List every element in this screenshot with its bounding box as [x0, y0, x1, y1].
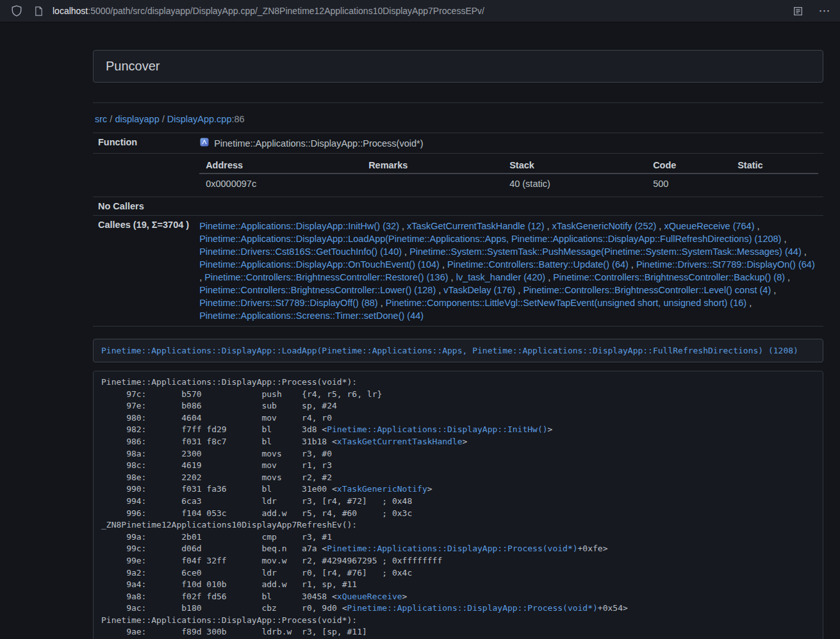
col-header-address: Address: [199, 158, 362, 174]
callee-link[interactable]: Pinetime::Applications::DisplayApp::Load…: [199, 234, 781, 244]
reader-view-icon[interactable]: [790, 3, 805, 19]
url-text: localhost:5000/path/src/displayapp/Displ…: [53, 6, 484, 16]
callee-link[interactable]: Pinetime::Controllers::BrightnessControl…: [204, 272, 448, 282]
callers-row: No Callers: [93, 197, 823, 216]
callee-link[interactable]: xQueueReceive (764): [664, 221, 754, 231]
breadcrumb-separator: /: [160, 114, 167, 124]
breadcrumb-link-displayapp[interactable]: displayapp: [115, 114, 159, 124]
function-label: Function: [93, 133, 194, 154]
callees-cell: Pinetime::Applications::DisplayApp::Init…: [194, 216, 823, 327]
callee-link[interactable]: Pinetime::Components::LittleVgl::SetNewT…: [386, 298, 746, 308]
code-symbol-link[interactable]: xQueueReceive: [337, 592, 402, 601]
callee-link[interactable]: Pinetime::Drivers::Cst816S::GetTouchInfo…: [199, 247, 402, 257]
breadcrumb-separator: /: [107, 114, 115, 124]
col-header-code: Code: [646, 158, 731, 174]
url-bar[interactable]: localhost:5000/path/src/displayapp/Displ…: [31, 3, 790, 19]
stats-row: Address Remarks Stack Code Static 0x0000…: [93, 154, 823, 197]
col-header-stack: Stack: [503, 158, 646, 174]
highlighted-symbol-link[interactable]: Pinetime::Applications::DisplayApp::Load…: [101, 346, 798, 355]
assembly-code: Pinetime::Applications::DisplayApp::Proc…: [93, 371, 823, 639]
page-info-icon[interactable]: [31, 3, 46, 19]
url-path: :5000/path/src/displayapp/DisplayApp.cpp…: [88, 6, 484, 16]
breadcrumb-link-src[interactable]: src: [95, 114, 107, 124]
callee-link[interactable]: Pinetime::Controllers::BrightnessControl…: [199, 285, 436, 295]
static-value: [731, 174, 818, 193]
callee-link[interactable]: Pinetime::Controllers::BrightnessControl…: [523, 285, 771, 295]
callee-link[interactable]: xTaskGenericNotify (252): [552, 221, 657, 231]
col-header-static: Static: [731, 158, 818, 174]
function-table: Function Pinetime::Applications::Display…: [93, 133, 823, 327]
callee-link[interactable]: Pinetime::Applications::DisplayApp::OnTo…: [199, 259, 440, 270]
callee-link[interactable]: Pinetime::Controllers::BrightnessControl…: [553, 272, 785, 282]
function-icon: [199, 137, 210, 149]
callee-link[interactable]: Pinetime::Applications::Screens::Timer::…: [199, 311, 424, 321]
page-container: Puncover src/displayapp/DisplayApp.cpp:8…: [93, 50, 823, 639]
callee-link[interactable]: Pinetime::Drivers::St7789::DisplayOn() (…: [636, 259, 815, 270]
function-name: Pinetime::Applications::DisplayApp::Proc…: [214, 138, 423, 149]
breadcrumb-line-number: :86: [231, 114, 244, 124]
menu-icon[interactable]: ⋯: [817, 3, 832, 19]
callee-link[interactable]: Pinetime::Applications::DisplayApp::Init…: [199, 221, 399, 231]
stack-value: 40 (static): [503, 174, 646, 193]
col-header-remarks: Remarks: [362, 158, 503, 174]
highlighted-symbol-box: Pinetime::Applications::DisplayApp::Load…: [93, 339, 823, 362]
function-row: Function Pinetime::Applications::Display…: [93, 133, 823, 154]
code-value: 500: [646, 174, 731, 193]
code-symbol-link[interactable]: Pinetime::Applications::DisplayApp::Init…: [327, 425, 547, 434]
callee-link[interactable]: vTaskDelay (176): [443, 285, 515, 295]
no-callers-label: No Callers: [93, 197, 194, 216]
stats-table: Address Remarks Stack Code Static 0x0000…: [199, 158, 818, 193]
remarks-value: [362, 174, 503, 193]
breadcrumb-link-file[interactable]: DisplayApp.cpp: [167, 114, 232, 124]
divider: [93, 102, 823, 103]
browser-toolbar: localhost:5000/path/src/displayapp/Displ…: [0, 0, 840, 22]
callee-link[interactable]: lv_task_handler (420): [456, 272, 545, 282]
code-symbol-link[interactable]: xTaskGenericNotify: [337, 484, 427, 494]
puncover-header-panel: Puncover: [93, 50, 823, 83]
shield-icon[interactable]: [9, 3, 24, 19]
url-host: localhost: [53, 6, 88, 16]
address-value: 0x0000097c: [199, 174, 362, 193]
page-title: Puncover: [106, 59, 811, 74]
callees-row: Callees (19, Σ=3704 ) Pinetime::Applicat…: [93, 216, 823, 327]
code-symbol-link[interactable]: xTaskGetCurrentTaskHandle: [337, 437, 463, 446]
callees-label: Callees (19, Σ=3704 ): [93, 216, 194, 327]
code-symbol-link[interactable]: Pinetime::Applications::DisplayApp::Proc…: [327, 544, 577, 553]
callee-link[interactable]: Pinetime::System::SystemTask::PushMessag…: [409, 247, 802, 257]
callee-link[interactable]: Pinetime::Drivers::St7789::DisplayOff() …: [199, 298, 378, 308]
code-symbol-link[interactable]: Pinetime::Applications::DisplayApp::Proc…: [347, 603, 598, 613]
callee-link[interactable]: xTaskGetCurrentTaskHandle (12): [407, 221, 544, 231]
callee-link[interactable]: Pinetime::Controllers::Battery::Update()…: [447, 259, 629, 270]
breadcrumb: src/displayapp/DisplayApp.cpp:86: [93, 113, 823, 125]
